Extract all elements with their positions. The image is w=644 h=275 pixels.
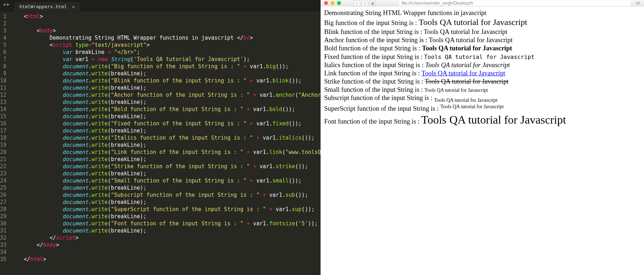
code-line[interactable]: document.write(breakLine); xyxy=(11,170,321,177)
code-line[interactable]: document.write(breakLine); xyxy=(11,127,321,134)
output-value: Tools QA tutorial for Javascript xyxy=(429,36,513,44)
reload-icon[interactable]: ⟳ xyxy=(636,0,640,6)
code-line[interactable]: document.write(breakLine); xyxy=(11,141,321,149)
output-label: Blink function of the input String is : xyxy=(324,28,424,35)
line-number: 18 xyxy=(0,134,6,141)
output-row: Bold function of the input String is : T… xyxy=(324,44,640,52)
tab-label: htmlWrappers.html xyxy=(19,4,67,9)
line-number: 20 xyxy=(0,149,6,156)
output-value: Tools QA tutorial for Javascript xyxy=(440,104,504,109)
output-value: Tools QA tutorial for Javascript xyxy=(425,78,508,85)
line-number: 27 xyxy=(0,199,6,206)
output-value: Tools QA tutorial for Javascript xyxy=(424,54,535,60)
output-row: Font function of the input String is : T… xyxy=(324,113,640,126)
line-number: 9 xyxy=(0,70,6,77)
line-number: 22 xyxy=(0,163,6,170)
code-line[interactable]: document.write(breakLine); xyxy=(11,213,321,220)
code-content[interactable]: <html> <body> Demonstrating String HTML … xyxy=(11,13,321,275)
browser-pane: ‹ › ▥ file:///Users/ravinder_singh/Deskt… xyxy=(321,0,644,275)
output-label: Font function of the input String is : xyxy=(324,118,421,125)
code-line[interactable]: document.write("Strike function of the i… xyxy=(11,163,321,170)
code-line[interactable]: document.write("SuperScript function of … xyxy=(11,206,321,213)
line-number: 12 xyxy=(0,91,6,99)
output-label: SuperScript function of the input String… xyxy=(324,105,440,112)
code-line[interactable]: document.write(breakLine); xyxy=(11,227,321,234)
code-line[interactable]: <script type="text/javascript"> xyxy=(11,41,321,49)
line-number: 25 xyxy=(0,184,6,191)
output-row: Anchor function of the input String is :… xyxy=(324,36,640,44)
line-number-gutter: 1234567891011121314151617181920212223242… xyxy=(0,13,11,275)
output-row: Link function of the input String is : T… xyxy=(324,69,640,77)
output-label: Strike function of the input String is : xyxy=(324,78,425,85)
line-number: 15 xyxy=(0,113,6,120)
code-line[interactable]: <body> xyxy=(11,27,321,34)
line-number: 24 xyxy=(0,177,6,184)
line-number: 8 xyxy=(0,63,6,70)
code-line[interactable]: </body> xyxy=(11,241,321,249)
output-value[interactable]: Tools QA tutorial for Javascript xyxy=(421,70,505,77)
minimize-window-icon[interactable] xyxy=(331,1,335,5)
code-line[interactable]: document.write("Italics function of the … xyxy=(11,134,321,141)
line-number: 35 xyxy=(0,256,6,263)
line-number: 29 xyxy=(0,213,6,220)
line-number: 4 xyxy=(0,34,6,41)
code-line[interactable]: document.write("Big function of the inpu… xyxy=(11,63,321,70)
code-line[interactable] xyxy=(11,20,321,27)
output-value: Tools QA tutorial for Javascript xyxy=(425,61,510,69)
output-row: Subscript function of the input String i… xyxy=(324,94,640,103)
line-number: 10 xyxy=(0,77,6,84)
line-number: 2 xyxy=(0,20,6,27)
code-line[interactable]: <html> xyxy=(11,13,321,20)
close-icon[interactable]: × xyxy=(72,4,75,9)
code-line[interactable]: Demonstrating String HTML Wrapper functi… xyxy=(11,34,321,41)
code-line[interactable]: document.write("Anchor function of the i… xyxy=(11,91,321,99)
line-number: 6 xyxy=(0,49,6,56)
zoom-window-icon[interactable] xyxy=(337,1,341,5)
back-icon[interactable]: ‹ xyxy=(354,0,360,6)
tab-nav-arrows: ◀ ▶ xyxy=(3,2,9,6)
file-tab[interactable]: htmlWrappers.html × xyxy=(14,2,80,11)
code-line[interactable]: var breakLine = "</br>"; xyxy=(11,49,321,56)
nav-left-icon[interactable]: ◀ xyxy=(3,2,5,6)
output-label: Anchor function of the input String is : xyxy=(324,36,429,44)
code-line[interactable]: document.write(breakLine); xyxy=(11,113,321,120)
code-line[interactable]: </html> xyxy=(11,256,321,263)
line-number: 16 xyxy=(0,120,6,127)
output-label: Link function of the input String is : xyxy=(324,70,421,77)
app-root: ◀ ▶ htmlWrappers.html × 1234567891011121… xyxy=(0,0,644,275)
code-line[interactable]: document.write("Fixed function of the in… xyxy=(11,120,321,127)
code-line[interactable]: </script> xyxy=(11,234,321,241)
code-line[interactable]: document.write(breakLine); xyxy=(11,70,321,77)
line-number: 17 xyxy=(0,127,6,134)
code-line[interactable]: document.write(breakLine); xyxy=(11,199,321,206)
forward-icon[interactable]: › xyxy=(362,0,368,6)
line-number: 26 xyxy=(0,191,6,199)
code-line[interactable]: document.write("Font function of the inp… xyxy=(11,220,321,227)
code-line[interactable]: document.write("Blink function of the in… xyxy=(11,77,321,84)
code-line[interactable]: document.write("Subscript function of th… xyxy=(11,191,321,199)
line-number: 28 xyxy=(0,206,6,213)
code-line[interactable]: document.write("Small function of the in… xyxy=(11,177,321,184)
code-line[interactable] xyxy=(11,249,321,256)
output-value: Tools QA tutorial for Javascript xyxy=(424,28,507,35)
code-line[interactable]: document.write(breakLine); xyxy=(11,156,321,163)
address-bar[interactable]: file:///Users/ravinder_singh/Desktop/h xyxy=(399,0,630,6)
editor-tabbar: ◀ ▶ htmlWrappers.html × xyxy=(0,0,321,11)
code-line[interactable]: document.write(breakLine); xyxy=(11,84,321,91)
editor-pane: ◀ ▶ htmlWrappers.html × 1234567891011121… xyxy=(0,0,321,275)
code-line[interactable]: document.write("Link function of the inp… xyxy=(11,149,321,156)
code-line[interactable]: document.write("Bold function of the inp… xyxy=(11,106,321,113)
code-line[interactable]: document.write(breakLine); xyxy=(11,184,321,191)
code-line[interactable]: document.write(breakLine); xyxy=(11,99,321,106)
output-value: Tools QA tutorial for Javascript xyxy=(422,45,512,52)
line-number: 23 xyxy=(0,170,6,177)
line-number: 3 xyxy=(0,27,6,34)
nav-right-icon[interactable]: ▶ xyxy=(7,2,9,6)
line-number: 21 xyxy=(0,156,6,163)
code-area[interactable]: 1234567891011121314151617181920212223242… xyxy=(0,11,321,275)
code-line[interactable]: var var1 = new String('Tools QA tutorial… xyxy=(11,56,321,63)
close-window-icon[interactable] xyxy=(324,1,328,5)
output-label: Subscript function of the input String i… xyxy=(324,94,434,101)
output-row: Blink function of the input String is : … xyxy=(324,28,640,36)
sidebar-icon[interactable]: ▥ xyxy=(370,0,376,6)
